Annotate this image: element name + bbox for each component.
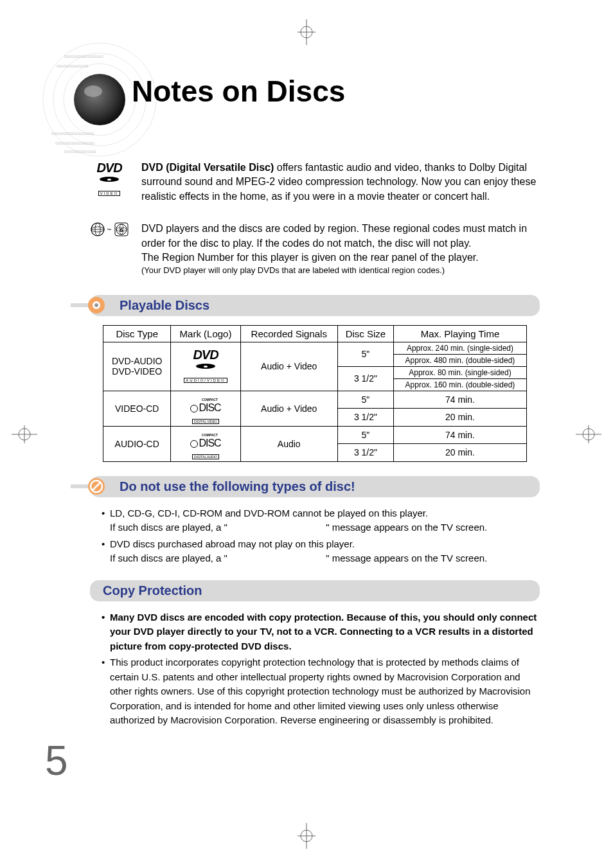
cell-dvd-size-5: 5"	[337, 342, 393, 366]
playable-discs-table: Disc Type Mark (Logo) Recorded Signals D…	[103, 325, 527, 462]
svg-text:6: 6	[120, 227, 123, 233]
crop-mark-right-icon	[576, 421, 601, 447]
svg-text:010101010101010101: 010101010101010101	[64, 150, 96, 154]
donot-item-1-sub-b: " message appears on the TV screen.	[326, 522, 487, 533]
cell-vcd-time-a: 74 min.	[393, 391, 526, 409]
cell-acd-time-a: 74 min.	[393, 426, 526, 444]
th-signals: Recorded Signals	[240, 325, 337, 342]
section-playable-discs: Playable Discs	[90, 295, 540, 316]
cell-vcd-type: VIDEO-CD	[103, 391, 171, 426]
cell-acd-signals: Audio	[240, 426, 337, 461]
cell-dvd-signals: Audio + Video	[240, 342, 337, 391]
cell-vcd-size-35: 3 1/2"	[337, 409, 393, 427]
region-tilde: ~	[107, 225, 112, 234]
dvd-video-logo-icon: DVD VIDEO	[96, 161, 121, 198]
intro-dvd-paragraph: DVD VIDEO DVD (Digital Versatile Disc) o…	[90, 161, 540, 204]
crop-mark-bottom-icon	[294, 823, 319, 849]
cell-vcd-signals: Audio + Video	[240, 391, 337, 426]
cell-vcd-size-5: 5"	[337, 391, 393, 409]
region-line-2: The Region Number for this player is giv…	[141, 251, 540, 265]
intro-region-paragraph: ~ 6 DVD players and the discs are coded …	[90, 222, 540, 276]
cell-acd-logo: COMPACTDISC DIGITAL AUDIO	[171, 426, 240, 461]
svg-text:0101010101010101010101: 0101010101010101010101	[55, 141, 94, 145]
th-size: Disc Size	[337, 325, 393, 342]
svg-text:0101010101010101010101: 0101010101010101010101	[64, 55, 103, 58]
cell-dvd-logo: DVD AUDIO/VIDEO	[171, 342, 240, 391]
cell-dvd-type: DVD-AUDIO DVD-VIDEO	[103, 342, 171, 391]
cell-vcd-logo: COMPACTDISC DIGITAL VIDEO	[171, 391, 240, 426]
cell-dvd-time-c: Approx. 80 min. (single-sided)	[393, 366, 526, 378]
svg-text:010101010101010101: 010101010101010101	[57, 64, 89, 68]
cd-video-logo-icon: COMPACTDISC DIGITAL VIDEO	[172, 393, 238, 425]
svg-point-34	[94, 303, 98, 307]
donot-item-2-sub-b: " message appears on the TV screen.	[326, 553, 487, 563]
region-line-1: DVD players and the discs are coded by r…	[141, 222, 540, 251]
section-do-not-use: Do not use the following types of disc!	[90, 476, 540, 497]
dvd-av-logo-icon: DVD AUDIO/VIDEO	[172, 348, 238, 385]
cell-dvd-time-a: Approx. 240 min. (single-sided)	[393, 342, 526, 354]
cell-acd-type: AUDIO-CD	[103, 426, 171, 461]
svg-text:010101010101010101010101: 010101010101010101010101	[51, 132, 94, 136]
cell-dvd-time-d: Approx. 160 min. (double-sided)	[393, 378, 526, 391]
donot-item-1-sub-a: If such discs are played, a "	[110, 522, 227, 533]
donot-item-2-sub-a: If such discs are played, a "	[110, 553, 227, 563]
crop-mark-top-icon	[294, 19, 319, 45]
bullet-cancel-icon	[71, 477, 107, 495]
th-max-time: Max. Playing Time	[393, 325, 526, 342]
cell-dvd-size-35: 3 1/2"	[337, 366, 393, 391]
cell-dvd-time-b: Approx. 480 min. (double-sided)	[393, 354, 526, 366]
region-line-3: (Your DVD player will only play DVDs tha…	[141, 265, 540, 276]
region-code-icon: ~ 6	[90, 222, 129, 237]
copy-protection-list: Many DVD discs are encoded with copy pro…	[102, 610, 540, 728]
donot-item-2: DVD discs purchased abroad may not play …	[110, 538, 355, 549]
cell-vcd-time-b: 20 min.	[393, 409, 526, 427]
svg-point-15	[74, 74, 125, 125]
th-mark: Mark (Logo)	[171, 325, 240, 342]
bullet-target-icon	[71, 296, 107, 314]
do-not-use-list: LD, CD-G, CD-I, CD-ROM and DVD-ROM canno…	[102, 506, 540, 566]
cell-acd-size-35: 3 1/2"	[337, 444, 393, 462]
copy-item-2: This product incorporates copyright prot…	[102, 655, 540, 728]
svg-point-16	[84, 85, 102, 97]
cd-audio-logo-icon: COMPACTDISC DIGITAL AUDIO	[172, 428, 238, 460]
cell-acd-time-b: 20 min.	[393, 444, 526, 462]
cell-acd-size-5: 5"	[337, 426, 393, 444]
intro-bold: DVD (Digital Versatile Disc)	[141, 162, 274, 173]
section-copy-protection: Copy Protection	[90, 580, 540, 601]
th-disc-type: Disc Type	[103, 325, 171, 342]
svg-rect-31	[71, 303, 90, 307]
svg-rect-35	[71, 484, 90, 488]
page-number: 5	[45, 737, 68, 784]
crop-mark-left-icon	[12, 421, 37, 447]
copy-item-1: Many DVD discs are encoded with copy pro…	[102, 610, 540, 654]
donot-item-1: LD, CD-G, CD-I, CD-ROM and DVD-ROM canno…	[110, 508, 428, 518]
page-title: Notes on Discs	[132, 74, 345, 109]
